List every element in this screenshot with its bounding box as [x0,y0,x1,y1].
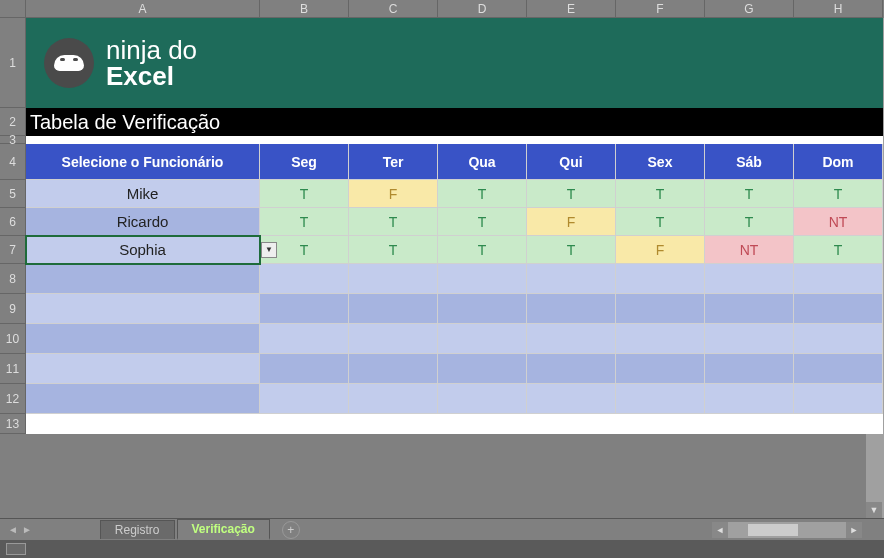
empty-cell[interactable] [794,324,883,354]
scroll-right-button[interactable]: ► [846,522,862,538]
empty-cell[interactable] [349,294,438,324]
day-cell[interactable]: T [438,180,527,208]
table-header-dom[interactable]: Dom [794,144,883,180]
empty-cell[interactable] [260,264,349,294]
table-header-sab[interactable]: Sáb [705,144,794,180]
sheet-tab-verificacao[interactable]: Verificação [177,519,270,540]
day-cell[interactable]: T [794,236,883,264]
employee-name-cell-selected[interactable]: Sophia ▼ [26,236,260,264]
empty-cell[interactable] [527,384,616,414]
empty-cell[interactable] [794,354,883,384]
row-header-13[interactable]: 13 [0,414,26,434]
empty-cell[interactable] [527,324,616,354]
table-header-ter[interactable]: Ter [349,144,438,180]
tab-nav-prev[interactable]: ◄ [8,524,18,535]
col-header-E[interactable]: E [527,0,616,18]
day-cell[interactable]: T [705,208,794,236]
row-header-9[interactable]: 9 [0,294,26,324]
empty-cell[interactable] [26,324,260,354]
macro-record-button[interactable] [6,543,26,555]
col-header-D[interactable]: D [438,0,527,18]
empty-cell[interactable] [26,354,260,384]
col-header-B[interactable]: B [260,0,349,18]
empty-cell[interactable] [438,354,527,384]
day-cell[interactable]: F [349,180,438,208]
sheet-tab-registro[interactable]: Registro [100,520,175,539]
empty-cell[interactable] [527,294,616,324]
empty-cell[interactable] [260,324,349,354]
empty-cell[interactable] [616,294,705,324]
row-header-4[interactable]: 4 [0,144,26,180]
day-cell[interactable]: T [438,208,527,236]
empty-cell[interactable] [616,324,705,354]
table-header-employee[interactable]: Selecione o Funcionário [26,144,260,180]
empty-cell[interactable] [349,264,438,294]
row-header-8[interactable]: 8 [0,264,26,294]
day-cell[interactable]: T [616,180,705,208]
empty-cell[interactable] [705,264,794,294]
empty-cell[interactable] [794,384,883,414]
row-header-12[interactable]: 12 [0,384,26,414]
col-header-F[interactable]: F [616,0,705,18]
empty-cell[interactable] [794,294,883,324]
day-cell[interactable]: F [527,208,616,236]
empty-cell[interactable] [705,294,794,324]
table-header-qua[interactable]: Qua [438,144,527,180]
day-cell[interactable]: NT [794,208,883,236]
col-header-H[interactable]: H [794,0,883,18]
day-cell[interactable]: T [260,180,349,208]
row-header-3[interactable]: 3 [0,136,26,144]
day-cell[interactable]: T [527,180,616,208]
empty-cell[interactable] [616,354,705,384]
empty-cell[interactable] [705,324,794,354]
day-cell[interactable]: T [349,236,438,264]
table-header-sex[interactable]: Sex [616,144,705,180]
empty-cell[interactable] [26,264,260,294]
row-header-6[interactable]: 6 [0,208,26,236]
table-header-seg[interactable]: Seg [260,144,349,180]
empty-cell[interactable] [616,264,705,294]
empty-cell[interactable] [616,384,705,414]
day-cell[interactable]: NT [705,236,794,264]
table-header-qui[interactable]: Qui [527,144,616,180]
row-header-7[interactable]: 7 [0,236,26,264]
day-cell[interactable]: T [705,180,794,208]
row-header-5[interactable]: 5 [0,180,26,208]
scroll-left-button[interactable]: ◄ [712,522,728,538]
blank-row[interactable] [26,414,883,434]
empty-cell[interactable] [438,324,527,354]
empty-cell[interactable] [438,294,527,324]
empty-cell[interactable] [26,384,260,414]
tab-nav-next[interactable]: ► [22,524,32,535]
day-cell[interactable]: T [527,236,616,264]
horizontal-scrollbar[interactable]: ◄ ► [712,522,862,538]
col-header-C[interactable]: C [349,0,438,18]
day-cell[interactable]: T [794,180,883,208]
employee-name-cell[interactable]: Mike [26,180,260,208]
empty-cell[interactable] [438,384,527,414]
empty-cell[interactable] [260,384,349,414]
employee-name-cell[interactable]: Ricardo [26,208,260,236]
day-cell[interactable]: T [349,208,438,236]
data-validation-dropdown-button[interactable]: ▼ [261,242,277,258]
empty-cell[interactable] [527,354,616,384]
scroll-down-button[interactable]: ▼ [866,502,882,518]
empty-cell[interactable] [26,294,260,324]
empty-cell[interactable] [349,324,438,354]
day-cell[interactable]: F [616,236,705,264]
col-header-G[interactable]: G [705,0,794,18]
empty-cell[interactable] [527,264,616,294]
empty-cell[interactable] [260,294,349,324]
row-header-1[interactable]: 1 [0,18,26,108]
horizontal-scroll-thumb[interactable] [748,524,798,536]
empty-cell[interactable] [349,354,438,384]
empty-cell[interactable] [349,384,438,414]
day-cell[interactable]: T [616,208,705,236]
day-cell[interactable]: T [438,236,527,264]
empty-cell[interactable] [260,354,349,384]
row-header-10[interactable]: 10 [0,324,26,354]
empty-cell[interactable] [438,264,527,294]
row-header-11[interactable]: 11 [0,354,26,384]
day-cell[interactable]: T [260,208,349,236]
col-header-A[interactable]: A [26,0,260,18]
